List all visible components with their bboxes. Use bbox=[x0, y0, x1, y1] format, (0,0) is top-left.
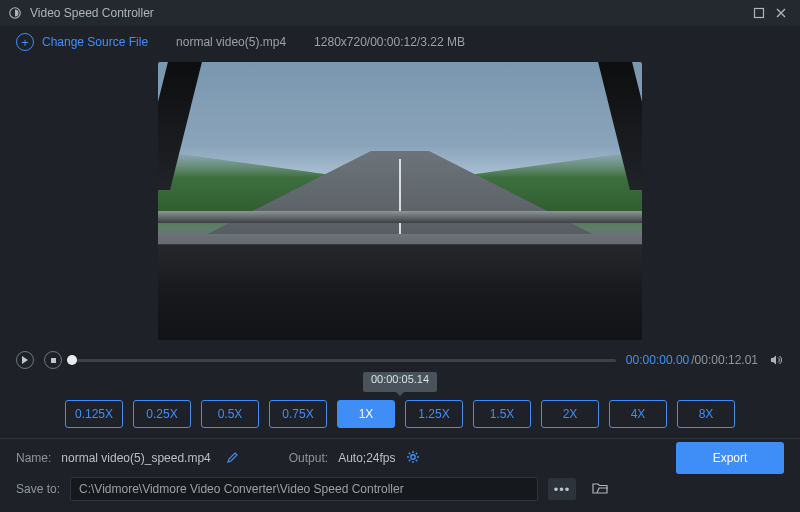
speed-button-0-25x[interactable]: 0.25X bbox=[133, 400, 191, 428]
change-source-label: Change Source File bbox=[42, 35, 148, 49]
speed-button-1-5x[interactable]: 1.5X bbox=[473, 400, 531, 428]
browse-path-button[interactable]: ••• bbox=[548, 478, 576, 500]
edit-name-icon[interactable] bbox=[227, 451, 239, 466]
save-to-label: Save to: bbox=[16, 482, 60, 496]
speed-button-8x[interactable]: 8X bbox=[677, 400, 735, 428]
video-preview[interactable] bbox=[158, 62, 642, 340]
name-label: Name: bbox=[16, 451, 51, 465]
speed-button-0-5x[interactable]: 0.5X bbox=[201, 400, 259, 428]
time-tooltip: 00:00:05.14 bbox=[363, 372, 437, 392]
time-display: 00:00:00.00 /00:00:12.01 bbox=[626, 353, 758, 367]
seek-track[interactable] bbox=[72, 359, 616, 362]
titlebar: Video Speed Controller bbox=[0, 0, 800, 26]
output-name-value: normal video(5)_speed.mp4 bbox=[61, 451, 210, 465]
speed-button-0-75x[interactable]: 0.75X bbox=[269, 400, 327, 428]
speed-button-0-125x[interactable]: 0.125X bbox=[65, 400, 123, 428]
output-format-value: Auto;24fps bbox=[338, 451, 395, 465]
duration-time: /00:00:12.01 bbox=[691, 353, 758, 367]
plus-circle-icon: + bbox=[16, 33, 34, 51]
export-button[interactable]: Export bbox=[676, 442, 784, 474]
source-bar: + Change Source File normal video(5).mp4… bbox=[0, 26, 800, 58]
output-row: Name: normal video(5)_speed.mp4 Output: … bbox=[0, 439, 800, 471]
speed-button-4x[interactable]: 4X bbox=[609, 400, 667, 428]
export-label: Export bbox=[713, 451, 748, 465]
app-logo-icon bbox=[8, 6, 22, 20]
play-button[interactable] bbox=[16, 351, 34, 369]
transport-bar: 00:00:00.00 /00:00:12.01 bbox=[0, 346, 800, 372]
speed-button-1x[interactable]: 1X bbox=[337, 400, 395, 428]
stop-button[interactable] bbox=[44, 351, 62, 369]
source-filename: normal video(5).mp4 bbox=[176, 35, 286, 49]
output-label: Output: bbox=[289, 451, 328, 465]
svg-point-3 bbox=[410, 454, 414, 458]
output-settings-icon[interactable] bbox=[406, 450, 420, 467]
save-path-input[interactable]: C:\Vidmore\Vidmore Video Converter\Video… bbox=[70, 477, 538, 501]
source-metadata: 1280x720/00:00:12/3.22 MB bbox=[314, 35, 465, 49]
change-source-button[interactable]: + Change Source File bbox=[16, 33, 148, 51]
save-row: Save to: C:\Vidmore\Vidmore Video Conver… bbox=[0, 471, 800, 511]
volume-icon[interactable] bbox=[768, 352, 784, 368]
seek-thumb[interactable] bbox=[67, 355, 77, 365]
svg-rect-1 bbox=[755, 9, 764, 18]
close-button[interactable] bbox=[770, 2, 792, 24]
window-title: Video Speed Controller bbox=[30, 6, 154, 20]
svg-rect-2 bbox=[51, 358, 56, 363]
save-path-value: C:\Vidmore\Vidmore Video Converter\Video… bbox=[79, 482, 404, 496]
maximize-button[interactable] bbox=[748, 2, 770, 24]
current-time: 00:00:00.00 bbox=[626, 353, 689, 367]
speed-button-1-25x[interactable]: 1.25X bbox=[405, 400, 463, 428]
open-folder-icon[interactable] bbox=[592, 481, 608, 498]
speed-button-2x[interactable]: 2X bbox=[541, 400, 599, 428]
